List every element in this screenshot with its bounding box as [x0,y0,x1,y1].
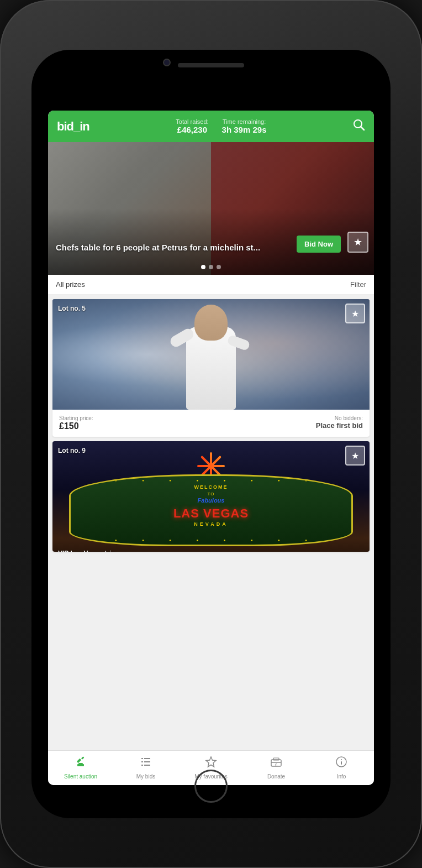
lot-card-5[interactable]: Lot no. 5 ★ Starting price: £150 No bidd… [52,299,370,437]
lots-list: Lot no. 5 ★ Starting price: £150 No bidd… [48,295,374,750]
front-camera [163,59,171,66]
lot-5-footer: Starting price: £150 No bidders: Place f… [52,410,370,437]
gavel-icon [74,755,87,772]
info-icon [335,755,348,772]
search-icon[interactable] [353,119,365,134]
svg-text:£: £ [275,763,277,767]
lot-5-price-area: Starting price: £150 [59,415,93,431]
total-raised-stat: Total raised: £46,230 [176,118,208,134]
header-stats: Total raised: £46,230 Time remaining: 3h… [95,118,347,134]
lot-5-price-label: Starting price: [59,415,93,421]
nav-item-my-bids[interactable]: My bids [113,755,178,780]
svg-line-1 [361,127,364,130]
lot-9-image: ●●●●●●●●●● WELCOME TO Fabulous LAS VEGAS… [52,441,370,552]
lot-5-bidders-label: No bidders: [335,415,363,421]
svg-point-18 [341,759,342,760]
time-remaining-stat: Time remaining: 3h 39m 29s [222,118,267,134]
svg-rect-8 [141,761,143,762]
hero-background [48,142,374,275]
nav-item-silent-auction[interactable]: Silent auction [48,755,113,780]
phone-body: bid_in Total raised: £46,230 Time remain… [31,50,391,818]
total-raised-value: £46,230 [176,125,208,134]
svg-rect-9 [144,761,150,762]
lot-9-number: Lot no. 9 [58,447,86,454]
filter-button[interactable]: Filter [350,280,366,289]
prizes-bar: All prizes Filter [48,275,374,295]
lot-5-bid-action[interactable]: Place first bid [316,421,363,430]
svg-rect-7 [144,758,150,759]
svg-rect-5 [81,756,85,760]
svg-rect-6 [141,758,143,759]
lot-5-price: £150 [59,421,93,431]
svg-rect-19 [341,761,342,765]
hero-pagination [201,265,221,269]
nav-item-info[interactable]: Info [309,755,374,780]
svg-rect-16 [273,758,279,760]
hero-favourite-button[interactable]: ★ [347,232,368,253]
lot-5-image: Lot no. 5 ★ [52,299,370,410]
speaker [178,63,244,67]
app-logo: bid_in [57,119,89,134]
nav-label-info: Info [337,773,346,780]
donate-icon: £ [270,755,283,772]
hero-dot-1 [201,265,205,269]
time-remaining-value: 3h 39m 29s [222,125,267,134]
home-button[interactable] [194,770,228,803]
svg-marker-12 [206,757,216,767]
prizes-label: All prizes [56,280,85,289]
time-remaining-label: Time remaining: [222,118,267,125]
svg-rect-2 [77,764,84,766]
nav-item-donate[interactable]: £ Donate [244,755,309,780]
hero-bid-button[interactable]: Bid Now [297,236,341,253]
lot-5-bid-area: No bidders: Place first bid [316,415,363,430]
total-raised-label: Total raised: [176,118,208,125]
lot-9-caption: VIP Las Vegas trip [58,550,115,552]
list-icon [139,755,152,772]
svg-rect-11 [144,765,150,766]
screen: bid_in Total raised: £46,230 Time remain… [48,111,374,785]
lot-9-favourite-button[interactable]: ★ [345,446,365,466]
svg-rect-3 [78,763,83,764]
nav-label-donate: Donate [267,773,285,780]
nav-label-silent-auction: Silent auction [64,773,97,780]
app-header: bid_in Total raised: £46,230 Time remain… [48,111,374,142]
svg-rect-4 [77,759,81,763]
lot-5-favourite-button[interactable]: ★ [345,304,365,323]
phone-outer: bid_in Total raised: £46,230 Time remain… [0,0,422,868]
lot-card-9[interactable]: ●●●●●●●●●● WELCOME TO Fabulous LAS VEGAS… [52,441,370,552]
lot-5-number: Lot no. 5 [58,305,86,312]
hero-dot-3 [217,265,221,269]
svg-rect-10 [141,765,143,766]
hero-dot-2 [209,265,213,269]
nav-label-my-bids: My bids [136,773,155,780]
hero-title: Chefs table for 6 people at Petrus for a… [56,242,260,253]
hero-banner: Chefs table for 6 people at Petrus for a… [48,142,374,275]
